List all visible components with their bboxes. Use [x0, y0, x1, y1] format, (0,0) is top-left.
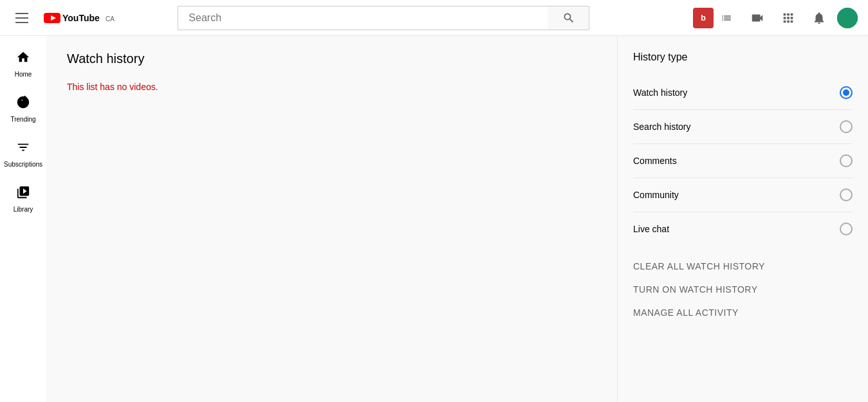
option-watch-history[interactable]: Watch history [633, 76, 853, 110]
video-camera-icon [750, 11, 764, 25]
page-title: Watch history [67, 51, 596, 66]
option-live-chat-label: Live chat [633, 224, 669, 234]
avatar[interactable] [837, 8, 858, 28]
account-list-button[interactable] [714, 5, 739, 31]
option-community-label: Community [633, 190, 679, 200]
sidebar-trending-label: Trending [10, 116, 35, 123]
radio-live-chat[interactable] [840, 223, 853, 235]
radio-community[interactable] [840, 188, 853, 201]
account-initial: b [701, 13, 706, 23]
trending-icon [16, 95, 30, 113]
content-area: Watch history This list has no videos. [46, 36, 617, 402]
search-button[interactable] [548, 6, 589, 30]
main-content: Watch history This list has no videos. H… [46, 36, 868, 402]
option-live-chat[interactable]: Live chat [633, 212, 853, 246]
sidebar-library-label: Library [14, 206, 33, 213]
search-input[interactable] [178, 6, 548, 30]
list-icon [721, 12, 732, 24]
option-search-history-label: Search history [633, 122, 690, 132]
header: YouTube CA b [0, 0, 868, 36]
option-comments-label: Comments [633, 156, 677, 166]
youtube-logo-icon: YouTube [44, 12, 102, 24]
svg-text:YouTube: YouTube [62, 13, 100, 23]
option-community[interactable]: Community [633, 178, 853, 212]
account-area: b [693, 5, 739, 31]
history-options: Watch history Search history Comments Co… [633, 76, 853, 246]
sidebar-item-library[interactable]: Library [3, 176, 44, 221]
header-left: YouTube CA [10, 8, 126, 28]
sidebar-home-label: Home [15, 71, 32, 78]
library-icon [16, 185, 30, 203]
turn-on-watch-history-button[interactable]: TURN ON WATCH HISTORY [633, 284, 853, 295]
empty-message: This list has no videos. [67, 82, 596, 92]
right-panel: History type Watch history Search histor… [617, 36, 868, 402]
option-search-history[interactable]: Search history [633, 110, 853, 144]
sidebar: Home Trending Subscriptions [0, 36, 46, 402]
hamburger-menu-button[interactable] [10, 8, 33, 28]
clear-watch-history-button[interactable]: CLEAR ALL WATCH HISTORY [633, 261, 853, 271]
sidebar-subscriptions-label: Subscriptions [4, 161, 42, 168]
radio-comments[interactable] [840, 154, 853, 167]
manage-all-activity-button[interactable]: MANAGE ALL ACTIVITY [633, 307, 853, 318]
radio-watch-history[interactable] [840, 86, 853, 99]
option-watch-history-label: Watch history [633, 87, 687, 98]
apps-icon [781, 11, 795, 25]
youtube-logo[interactable]: YouTube CA [44, 12, 115, 24]
radio-search-history[interactable] [840, 120, 853, 133]
logo-country-label: CA [106, 15, 115, 23]
notifications-button[interactable] [806, 5, 832, 31]
history-type-title: History type [633, 51, 853, 63]
app-body: Home Trending Subscriptions [0, 0, 868, 402]
home-icon [16, 50, 30, 68]
sidebar-item-subscriptions[interactable]: Subscriptions [3, 131, 44, 176]
apps-button[interactable] [775, 5, 801, 31]
search-form [178, 6, 589, 30]
header-right: b [693, 5, 858, 31]
account-icon-bg[interactable]: b [693, 8, 714, 28]
sidebar-item-home[interactable]: Home [3, 41, 44, 86]
avatar-circle [837, 8, 858, 28]
action-buttons: CLEAR ALL WATCH HISTORY TURN ON WATCH HI… [633, 261, 853, 318]
bell-icon [812, 11, 826, 25]
option-comments[interactable]: Comments [633, 144, 853, 178]
sidebar-item-trending[interactable]: Trending [3, 86, 44, 131]
subscriptions-icon [16, 140, 30, 158]
create-video-button[interactable] [744, 5, 770, 31]
search-area [178, 6, 589, 30]
search-icon [562, 12, 575, 24]
